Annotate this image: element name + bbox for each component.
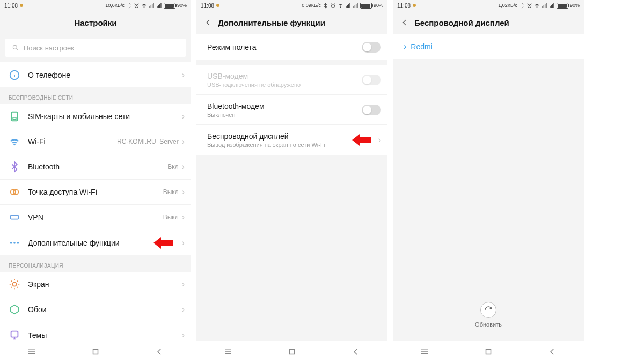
refresh-label: Обновить bbox=[475, 321, 502, 328]
alarm-icon bbox=[330, 3, 336, 9]
row-hotspot[interactable]: Точка доступа Wi-Fi Выкл › bbox=[0, 180, 191, 205]
phone-settings: 11:08 10,6КБ/с 90% Настройки Поиск настр… bbox=[0, 0, 191, 362]
status-bar: 11:08 10,6КБ/с 90% bbox=[0, 0, 191, 11]
chevron-right-icon: › bbox=[182, 70, 185, 80]
page-title: Настройки bbox=[74, 18, 116, 27]
notification-dot-icon bbox=[20, 4, 23, 7]
svg-point-9 bbox=[17, 242, 19, 244]
svg-point-1 bbox=[13, 45, 17, 49]
header: Настройки bbox=[0, 11, 191, 34]
more-icon bbox=[9, 237, 20, 249]
search-icon bbox=[12, 44, 19, 51]
clock: 11:08 bbox=[201, 3, 214, 9]
signal2-icon bbox=[156, 3, 162, 9]
wifi-icon bbox=[338, 3, 343, 9]
nav-bar bbox=[196, 341, 387, 362]
chevron-right-icon: › bbox=[182, 279, 185, 289]
signal-icon bbox=[345, 3, 351, 9]
svg-rect-14 bbox=[289, 349, 294, 354]
bluetooth-value: Вкл bbox=[167, 163, 178, 171]
signal-icon bbox=[149, 3, 155, 9]
bluetooth-icon bbox=[519, 3, 525, 9]
header: Дополнительные функции bbox=[196, 11, 387, 34]
nav-recent-button[interactable] bbox=[27, 347, 36, 357]
nav-back-button[interactable] bbox=[547, 347, 557, 357]
row-wifi[interactable]: Wi-Fi RC-KOMI.RU_Server › bbox=[0, 129, 191, 154]
svg-point-5 bbox=[13, 189, 18, 194]
row-bt-tether[interactable]: Bluetooth-модем Выключен bbox=[196, 95, 387, 125]
wifi-icon bbox=[141, 3, 147, 9]
clock: 11:08 bbox=[4, 3, 18, 9]
back-button[interactable] bbox=[204, 18, 213, 27]
clock: 11:08 bbox=[397, 3, 411, 9]
network-speed: 0,09КБ/с bbox=[302, 3, 321, 8]
notification-dot-icon bbox=[413, 4, 416, 7]
wifi-value: RC-KOMI.RU_Server bbox=[117, 138, 179, 145]
bluetooth-icon bbox=[323, 3, 328, 9]
vpn-icon bbox=[9, 211, 20, 223]
phone-wireless-display: 11:08 1,02КБ/с 90% Беспроводной дисплей … bbox=[393, 0, 584, 362]
nav-back-button[interactable] bbox=[351, 347, 361, 357]
page-title: Беспроводной дисплей bbox=[414, 18, 509, 27]
battery-percent: 90% bbox=[570, 3, 580, 8]
nav-back-button[interactable] bbox=[155, 347, 164, 357]
toggle-bt-tether[interactable] bbox=[362, 105, 381, 115]
svg-point-7 bbox=[10, 242, 12, 244]
info-icon bbox=[9, 69, 20, 81]
battery-icon bbox=[557, 3, 568, 9]
nav-recent-button[interactable] bbox=[223, 347, 233, 357]
refresh-icon bbox=[484, 306, 493, 314]
nav-home-button[interactable] bbox=[91, 347, 100, 357]
nav-home-button[interactable] bbox=[484, 347, 493, 357]
hotspot-value: Выкл bbox=[163, 188, 179, 196]
row-more-functions[interactable]: Дополнительные функции › bbox=[0, 230, 191, 255]
network-speed: 1,02КБ/с bbox=[498, 3, 517, 8]
battery-icon bbox=[360, 3, 372, 9]
chevron-right-icon: › bbox=[182, 137, 185, 146]
section-personal: ПЕРСОНАЛИЗАЦИЯ bbox=[0, 255, 191, 272]
chevron-right-icon: › bbox=[182, 112, 185, 121]
section-wireless: БЕСПРОВОДНЫЕ СЕТИ bbox=[0, 87, 191, 104]
header: Беспроводной дисплей bbox=[393, 11, 584, 34]
back-button[interactable] bbox=[400, 18, 409, 27]
svg-rect-6 bbox=[11, 215, 19, 219]
nav-bar bbox=[393, 341, 584, 362]
battery-icon bbox=[164, 3, 175, 9]
svg-rect-16 bbox=[486, 349, 491, 354]
chevron-right-icon: › bbox=[182, 330, 185, 340]
search-input[interactable]: Поиск настроек bbox=[5, 39, 186, 57]
device-redmi-link[interactable]: › Redmi bbox=[393, 34, 584, 59]
nav-home-button[interactable] bbox=[287, 347, 297, 357]
toggle-airplane[interactable] bbox=[362, 42, 381, 53]
refresh-button[interactable] bbox=[480, 302, 496, 318]
toggle-usb bbox=[362, 75, 381, 85]
row-bluetooth[interactable]: Bluetooth Вкл › bbox=[0, 154, 191, 180]
status-bar: 11:08 1,02КБ/с 90% bbox=[393, 0, 584, 11]
row-vpn[interactable]: VPN Выкл › bbox=[0, 205, 191, 230]
wallpaper-icon bbox=[9, 304, 20, 315]
bluetooth-icon bbox=[126, 3, 132, 9]
themes-icon bbox=[9, 329, 20, 341]
row-usb-tether: USB-модем USB-подключения не обнаружено bbox=[196, 65, 387, 95]
notification-dot-icon bbox=[216, 4, 219, 7]
nav-recent-button[interactable] bbox=[420, 347, 429, 357]
chevron-right-icon: › bbox=[182, 238, 185, 248]
row-sim[interactable]: SIM-карты и мобильные сети › bbox=[0, 104, 191, 129]
wifi-row-icon bbox=[9, 136, 20, 147]
search-placeholder: Поиск настроек bbox=[24, 44, 74, 52]
wifi-icon bbox=[534, 3, 540, 9]
row-airplane[interactable]: Режим полета bbox=[196, 34, 387, 60]
row-about-phone[interactable]: О телефоне › bbox=[0, 62, 191, 87]
row-wireless-display[interactable]: Беспроводной дисплей Вывод изображения н… bbox=[196, 125, 387, 155]
nav-bar bbox=[0, 341, 191, 362]
row-wallpaper[interactable]: Обои › bbox=[0, 297, 191, 322]
chevron-right-icon: › bbox=[182, 305, 185, 314]
phone-more-functions: 11:08 0,09КБ/с 90% Дополнительные функци… bbox=[196, 0, 387, 362]
status-bar: 11:08 0,09КБ/с 90% bbox=[196, 0, 387, 11]
row-themes[interactable]: Темы › bbox=[0, 322, 191, 341]
svg-rect-12 bbox=[93, 349, 98, 354]
signal2-icon bbox=[549, 3, 555, 9]
alarm-icon bbox=[134, 3, 140, 9]
svg-point-10 bbox=[12, 282, 16, 286]
row-display[interactable]: Экран › bbox=[0, 272, 191, 297]
